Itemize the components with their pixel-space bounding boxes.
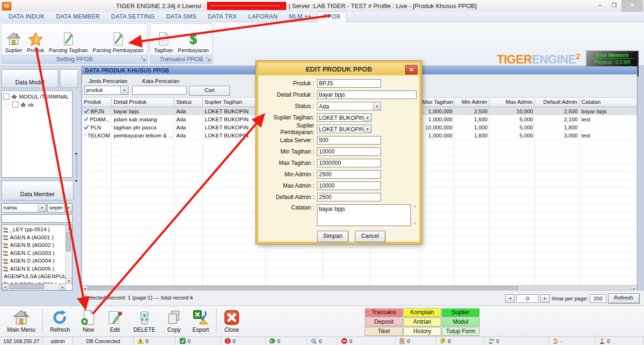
member-name: AGENPULSA (AGENPULS <box>4 273 65 279</box>
member-filter-op-select[interactable]: seper ▼ <box>47 203 73 212</box>
column-header-default-admin[interactable]: Default Admin <box>535 98 580 107</box>
dialog-launcher-icon[interactable] <box>141 57 146 62</box>
ribbon-button-produk[interactable]: Produk <box>26 31 45 54</box>
quick-button-suplier[interactable]: Suplier <box>442 308 480 317</box>
quick-button-modul[interactable]: Modul <box>442 318 480 327</box>
panel-splitter[interactable]: ▶ ▶ <box>75 152 78 182</box>
member-hscroll-thumb[interactable] <box>9 284 44 289</box>
tree-item-modul-terminal[interactable]: MODUL /TERMINAL <box>3 92 72 100</box>
scroll-up-icon[interactable]: ▲ <box>413 204 417 208</box>
member-search-input[interactable] <box>1 214 73 223</box>
column-header-produk[interactable]: Produk <box>82 98 112 107</box>
field-select-suplier-pembayaran[interactable]: LOKET BUKOPIN▼ <box>317 125 372 133</box>
tab-ppob[interactable]: PPOB <box>317 11 346 22</box>
battery-icon <box>269 338 275 344</box>
toolbar-button-copy[interactable]: Copy <box>161 309 187 334</box>
pager-refresh-button[interactable]: Refresh <box>608 293 639 303</box>
ribbon-button-parsing-tagihan[interactable]: Parsing Tagihan <box>48 31 89 54</box>
toolbar-button-refresh[interactable]: Refresh <box>45 309 75 334</box>
column-header-min-admin[interactable]: Min Admin <box>454 98 490 107</box>
cell-text: 10,000 <box>517 108 533 115</box>
field-select-status[interactable]: Ada▼ <box>317 102 381 110</box>
toolbar-button-main-menu[interactable]: Main Menu <box>2 309 40 334</box>
cancel-button[interactable]: Cancel <box>355 231 385 242</box>
member-list-item[interactable]: AGEN A (AG001 ) <box>2 234 65 242</box>
ribbon-button-parsing-pembayaran[interactable]: Parsing Pembayaran <box>92 31 145 54</box>
cari-button[interactable]: Cari <box>189 86 230 96</box>
jenis-pencarian-select[interactable]: produk ▼ <box>84 86 128 95</box>
quick-button-tutup-form[interactable]: Tutup Form <box>442 327 480 336</box>
tree-checkbox[interactable] <box>12 101 18 108</box>
dialog-close-button[interactable]: ✕ <box>405 65 417 74</box>
tree-checkbox[interactable] <box>3 93 9 100</box>
column-header-status[interactable]: Status <box>174 98 203 107</box>
ribbon-button-pembayaran[interactable]: $Pembayaran <box>177 31 209 54</box>
kata-pencarian-input[interactable] <box>132 86 187 95</box>
tab-data-induk[interactable]: DATA INDUK <box>3 12 50 22</box>
scroll-up-icon[interactable]: ▲ <box>66 225 72 231</box>
member-list-item[interactable]: AGEN E (AG005 ) <box>2 265 65 273</box>
data-modul-button[interactable]: Data Modul <box>1 69 58 88</box>
ribbon-button-suplier[interactable]: Suplier <box>4 31 23 54</box>
quick-button-tiket[interactable]: Tiket <box>365 327 403 336</box>
scroll-down-icon[interactable]: ▼ <box>66 278 72 284</box>
ribbon-button-tagihan[interactable]: Tagihan <box>153 31 174 54</box>
tab-laporan[interactable]: LAPORAN <box>243 12 283 22</box>
data-member-button[interactable]: Data Member <box>1 181 73 200</box>
column-header-max-admin[interactable]: Max Admin <box>490 98 535 107</box>
quick-button-komplain[interactable]: Komplain <box>403 308 441 317</box>
field-input-laba-server[interactable]: 500 <box>317 136 381 145</box>
rows-per-page-input[interactable]: 200 <box>590 294 606 303</box>
field-label: Max Tagihan : <box>261 160 314 166</box>
quick-button-deposit[interactable]: Deposit <box>365 318 403 327</box>
simpan-button[interactable]: Simpan <box>317 231 348 242</box>
member-list-item[interactable]: AGEN B (AG002 ) <box>2 241 65 249</box>
toolbar-button-edit[interactable]: Edit <box>101 309 128 334</box>
field-input-detail-produk[interactable]: bayar bpjs <box>317 91 417 99</box>
field-input-produk[interactable]: BPJS <box>317 79 381 88</box>
member-list-item[interactable]: AGEN D (AG004 ) <box>2 257 65 265</box>
toolbar-button-new[interactable]: New <box>75 309 101 334</box>
maximize-button[interactable]: ❐ <box>607 0 621 12</box>
tab-mlm[interactable]: MLM ++ <box>283 12 317 22</box>
tab-data-sms[interactable]: DATA SMS <box>161 12 202 22</box>
field-textarea-catatan[interactable]: bayar bpjs <box>317 204 411 226</box>
scroll-down-icon[interactable]: ▼ <box>413 222 417 225</box>
prev-page-button[interactable]: ◄ <box>505 294 515 303</box>
tree-item-ok[interactable]: ok <box>3 100 72 109</box>
member-filter-field-select[interactable]: nama ▼ <box>1 203 46 212</box>
quick-button-history[interactable]: History <box>403 327 441 336</box>
tab-data-setting[interactable]: DATA SETTING <box>106 12 161 22</box>
field-input-default-admin[interactable]: 2500 <box>317 193 381 201</box>
field-select-suplier-tagihan[interactable]: LOKET BUKOPIN▼ <box>317 113 372 122</box>
member-vscroll-thumb[interactable] <box>66 232 71 251</box>
field-input-min-tagihan[interactable]: 10000 <box>317 147 381 156</box>
field-input-max-tagihan[interactable]: 1000000 <box>317 159 381 167</box>
tab-data-member[interactable]: DATA MEMBER <box>50 12 105 22</box>
next-page-button[interactable]: ► <box>540 294 550 303</box>
toolbar-button-close[interactable]: Close <box>218 309 245 334</box>
member-list-item[interactable]: AGEN C (AG003 ) <box>2 249 65 257</box>
page-number-input[interactable]: 0 <box>517 294 538 303</box>
column-header-max-tagihan[interactable]: Max Tagihan <box>420 98 454 107</box>
column-header-catatan[interactable]: Catatan <box>580 98 638 107</box>
column-header-detail-produk[interactable]: Detail Produk <box>112 98 174 107</box>
close-window-button[interactable]: ✕ <box>621 0 643 12</box>
tab-data-trx[interactable]: DATA TRX <box>202 12 242 22</box>
quick-button-transaksi[interactable]: Transaksi <box>365 308 403 317</box>
quick-button-antrian[interactable]: Antrian <box>403 318 441 327</box>
scroll-right-icon[interactable]: ► <box>60 284 66 290</box>
minimize-button[interactable]: – <box>593 0 607 12</box>
field-input-max-admin[interactable]: 10000 <box>317 182 381 190</box>
status-cell-globe: 0 <box>307 337 337 345</box>
scroll-left-icon[interactable]: ◄ <box>2 284 8 290</box>
toolbar-button-export[interactable]: Export <box>187 309 214 334</box>
modul-list-view-button[interactable] <box>60 69 78 88</box>
member-list-item[interactable]: _LEY (pp-0514 ) <box>2 226 65 234</box>
dialog-launcher-icon[interactable] <box>206 57 211 62</box>
member-list-item[interactable]: AGENPULSA (AGENPULS <box>2 272 65 281</box>
cell-max-admin: 10,000 <box>490 107 535 115</box>
member-icon <box>2 250 9 256</box>
toolbar-button-delete[interactable]: DELETE <box>128 309 161 334</box>
field-input-min-admin[interactable]: 2500 <box>317 170 381 179</box>
